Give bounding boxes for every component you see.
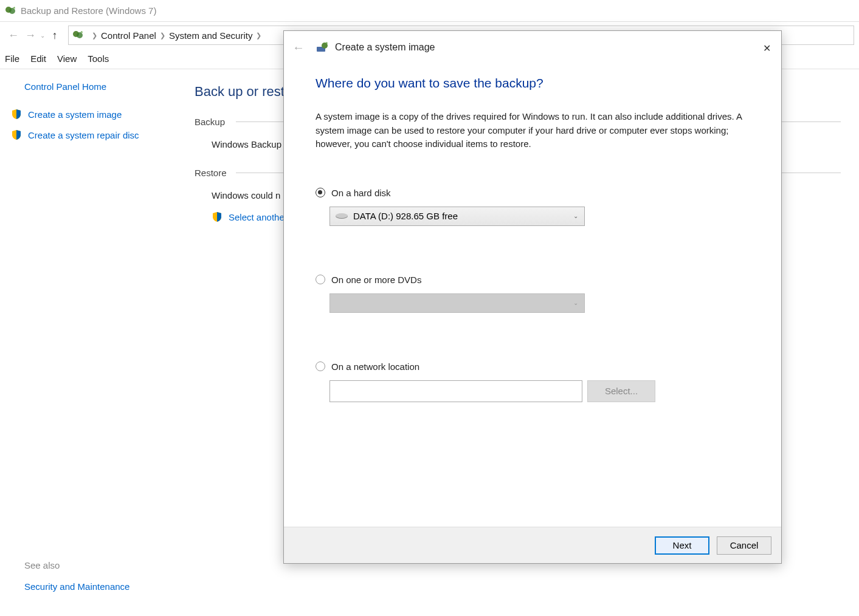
menu-edit[interactable]: Edit <box>30 53 46 64</box>
close-button[interactable]: ✕ <box>758 39 775 56</box>
radio-label: On a network location <box>331 361 419 372</box>
radio-checked-icon[interactable] <box>316 188 325 197</box>
breadcrumb-item[interactable]: System and Security <box>169 30 253 41</box>
wizard-heading: Where do you want to save the backup? <box>316 76 750 91</box>
wizard-back-button[interactable]: ← <box>290 39 307 56</box>
network-radio-row[interactable]: On a network location <box>316 361 750 372</box>
shield-icon <box>212 211 223 222</box>
menu-file[interactable]: File <box>5 53 19 64</box>
chevron-down-icon: ⌄ <box>573 299 578 306</box>
nav-forward-button[interactable]: → <box>22 27 39 44</box>
section-label: Restore <box>195 168 233 178</box>
next-button[interactable]: Next <box>655 536 709 555</box>
nav-history-dropdown[interactable]: ⌄ <box>40 32 45 39</box>
shield-icon <box>11 109 22 120</box>
see-also-section: See also Security and Maintenance <box>6 560 164 604</box>
menu-tools[interactable]: Tools <box>88 53 109 64</box>
security-maintenance-link[interactable]: Security and Maintenance <box>24 581 164 592</box>
radio-label: On a hard disk <box>331 188 391 198</box>
control-panel-home-link[interactable]: Control Panel Home <box>24 81 164 92</box>
radio-label: On one or more DVDs <box>331 275 421 285</box>
network-location-input[interactable] <box>329 380 582 402</box>
section-label: Backup <box>195 117 233 127</box>
create-system-image-wizard: ← Create a system image ✕ Where do you w… <box>283 30 782 564</box>
create-system-image-link[interactable]: Create a system image <box>11 109 164 120</box>
radio-unchecked-icon[interactable] <box>316 361 325 371</box>
menu-view[interactable]: View <box>57 53 77 64</box>
wizard-body: Where do you want to save the backup? A … <box>284 64 781 527</box>
link-label: Create a system image <box>28 109 122 120</box>
chevron-down-icon: ⌄ <box>573 213 578 219</box>
cancel-button[interactable]: Cancel <box>717 536 771 555</box>
chevron-right-icon: ❯ <box>160 32 165 39</box>
wizard-icon <box>316 41 329 54</box>
svg-point-3 <box>77 32 83 38</box>
title-bar: Backup and Restore (Windows 7) <box>0 0 859 22</box>
chevron-right-icon: ❯ <box>92 32 97 39</box>
link-label: Select another <box>229 212 288 222</box>
address-icon <box>72 29 85 41</box>
chevron-right-icon: ❯ <box>256 32 261 39</box>
breadcrumb-item[interactable]: Control Panel <box>101 30 156 41</box>
hard-disk-radio-row[interactable]: On a hard disk <box>316 188 750 198</box>
hard-disk-dropdown[interactable]: DATA (D:) 928.65 GB free ⌄ <box>329 207 585 226</box>
wizard-footer: Next Cancel <box>284 527 781 563</box>
dropdown-value: DATA (D:) 928.65 GB free <box>353 211 458 221</box>
wizard-description: A system image is a copy of the drives r… <box>316 110 750 151</box>
shield-icon <box>11 129 22 140</box>
link-label: Create a system repair disc <box>28 130 139 140</box>
disk-icon <box>335 212 348 221</box>
select-button: Select... <box>587 380 655 402</box>
dvd-dropdown: ⌄ <box>329 293 585 313</box>
svg-point-1 <box>9 8 15 14</box>
radio-unchecked-icon[interactable] <box>316 275 325 284</box>
nav-up-button[interactable]: ↑ <box>46 27 63 44</box>
dvd-radio-row[interactable]: On one or more DVDs <box>316 275 750 285</box>
see-also-label: See also <box>24 560 164 570</box>
wizard-header: ← Create a system image ✕ <box>284 31 781 64</box>
wizard-title: Create a system image <box>335 42 435 53</box>
window-title: Backup and Restore (Windows 7) <box>21 5 156 16</box>
network-option: On a network location Select... <box>316 361 750 402</box>
sidebar: Control Panel Home Create a system image… <box>0 69 176 616</box>
create-repair-disc-link[interactable]: Create a system repair disc <box>11 129 164 140</box>
app-icon <box>5 5 17 17</box>
dvd-option: On one or more DVDs ⌄ <box>316 275 750 313</box>
nav-back-button[interactable]: ← <box>5 27 22 44</box>
svg-point-7 <box>336 213 348 218</box>
hard-disk-option: On a hard disk DATA (D:) 928.65 GB free … <box>316 188 750 226</box>
